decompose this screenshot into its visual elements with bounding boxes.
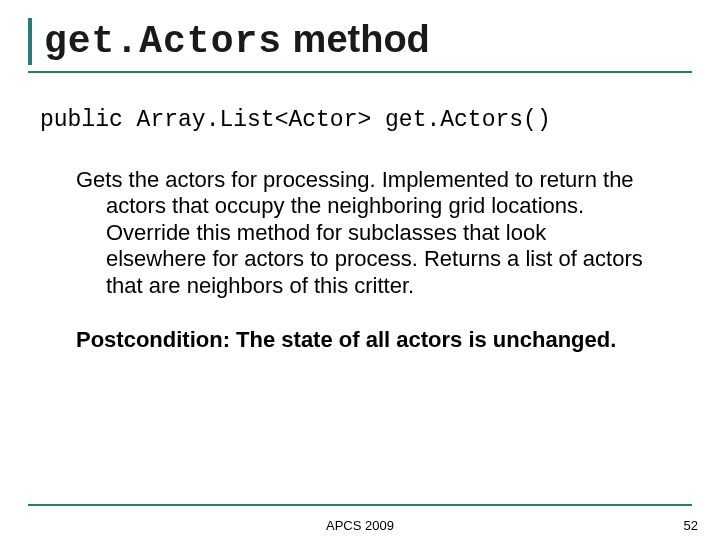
title-text: method (282, 18, 430, 60)
footer-rule (28, 504, 692, 506)
footer: APCS 2009 52 (0, 518, 720, 538)
footer-text: APCS 2009 (0, 518, 720, 533)
title-accent: get.Actors method (28, 18, 692, 65)
method-signature: public Array.List<Actor> get.Actors() (40, 107, 680, 133)
method-description: Gets the actors for processing. Implemen… (76, 167, 644, 299)
page-number: 52 (684, 518, 698, 533)
title-code: get.Actors (44, 20, 282, 63)
slide-title: get.Actors method (44, 18, 692, 63)
slide: get.Actors method public Array.List<Acto… (0, 18, 720, 540)
title-container: get.Actors method (28, 18, 692, 73)
postcondition: Postcondition: The state of all actors i… (76, 327, 644, 353)
